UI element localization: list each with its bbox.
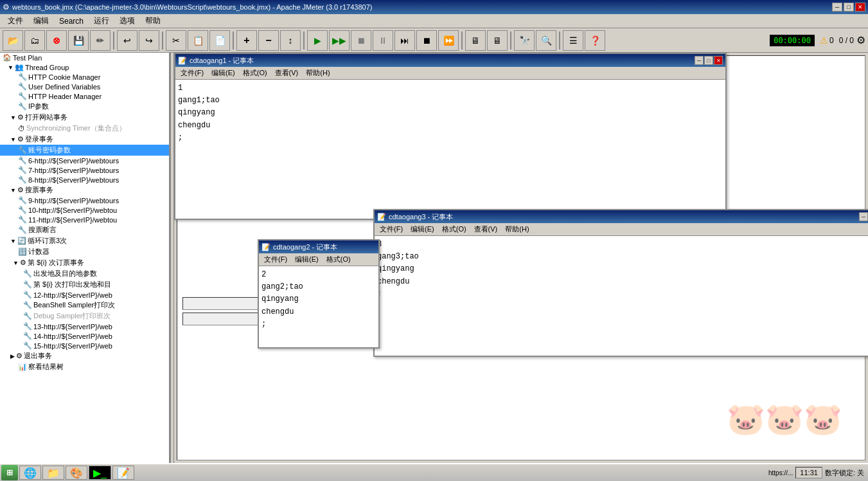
nb3-file[interactable]: 文件(F) xyxy=(376,224,407,235)
toolbar-redo[interactable]: ↪ xyxy=(139,30,159,51)
tree-item-login[interactable]: ▼ ⚙ 登录事务 xyxy=(0,134,169,145)
tree-item-counter[interactable]: 🔢 计数器 xyxy=(0,246,169,257)
nb3-help[interactable]: 帮助(H) xyxy=(501,224,533,235)
tree-item-http9[interactable]: 🔧 9-http://${ServerIP}/webtours xyxy=(0,195,169,205)
tree-item-beanshell[interactable]: 🔧 BeanShell Sampler打印次 xyxy=(0,300,169,311)
tree-item-http8[interactable]: 🔧 8-http://${ServerIP}/webtours xyxy=(0,175,169,185)
toolbar-open[interactable]: 🗂 xyxy=(24,30,45,51)
toolbar-search[interactable]: 🔍 xyxy=(536,30,556,51)
opensite-expand: ▼ xyxy=(10,114,16,121)
tree-item-search[interactable]: ▼ ⚙ 搜票事务 xyxy=(0,185,169,195)
toolbar-add[interactable]: + xyxy=(236,30,257,51)
tree-item-http14[interactable]: 🔧 14-http://${ServerIP}/web xyxy=(0,331,169,341)
print-label: 第 ${i} 次打印出发地和目 xyxy=(33,280,111,289)
toolbar-cut[interactable]: ✂ xyxy=(166,30,186,51)
tree-item-cookiemanager[interactable]: 🔧 HTTP Cookie Manager xyxy=(0,72,169,82)
tree-item-headermanager[interactable]: 🔧 HTTP Header Manager xyxy=(0,91,169,101)
tree-item-http15[interactable]: 🔧 15-http://${ServerIP}/web xyxy=(0,341,169,350)
nb3-edit[interactable]: 编辑(E) xyxy=(407,224,438,235)
tree-item-threadgroup[interactable]: ▼ 👥 Thread Group xyxy=(0,62,169,72)
menu-run[interactable]: 运行 xyxy=(89,14,114,28)
tree-item-http10[interactable]: 🔧 10-http://${ServerIP}/webtou xyxy=(0,205,169,215)
toolbar-ff[interactable]: ⏩ xyxy=(438,30,459,51)
tree-item-http12[interactable]: 🔧 12-http://${ServerIP}/web xyxy=(0,290,169,300)
toolbar-new[interactable]: 📂 xyxy=(3,30,23,51)
nb2-edit[interactable]: 编辑(E) xyxy=(291,254,323,265)
taskbar-folder[interactable]: 📁 xyxy=(42,466,64,480)
menu-options[interactable]: 选项 xyxy=(114,14,140,28)
tree-item-assertion[interactable]: 🔧 搜票断言 xyxy=(0,224,169,235)
nb3-view[interactable]: 查看(V) xyxy=(470,224,502,235)
start-button[interactable]: ⊞ xyxy=(1,465,18,480)
toolbar-edit[interactable]: ✏ xyxy=(90,30,111,51)
nb2-line2: gang2;tao xyxy=(261,281,376,293)
toolbar-screen1[interactable]: 🖥 xyxy=(465,30,486,51)
tree-item-credentials[interactable]: 🔧 账号密码参数 xyxy=(0,145,169,156)
toolbar-undo[interactable]: ↩ xyxy=(117,30,137,51)
http9-label: 9-http://${ServerIP}/webtours xyxy=(28,197,119,204)
nb1-content[interactable]: 1 gang1;tao qingyang chengdu ; xyxy=(175,80,725,219)
toolbar-stop[interactable]: ⏹ xyxy=(351,30,371,51)
toolbar-remove[interactable]: − xyxy=(258,30,279,51)
tree-item-logout[interactable]: ▶ ⚙ 退出事务 xyxy=(0,350,169,361)
tree-item-results[interactable]: 📊 察看结果树 xyxy=(0,361,169,372)
nb3-format[interactable]: 格式(O) xyxy=(438,224,470,235)
toolbar-list[interactable]: ☰ xyxy=(563,30,583,51)
menu-edit[interactable]: 编辑 xyxy=(28,14,54,28)
tree-item-http11[interactable]: 🔧 11-http://${ServerIP}/webtou xyxy=(0,215,169,224)
menu-search[interactable]: Search xyxy=(54,15,89,27)
toolbar-play[interactable]: ▶ xyxy=(307,30,328,51)
menu-help[interactable]: 帮助 xyxy=(140,14,166,28)
toolbar-pause[interactable]: ⏸ xyxy=(373,30,393,51)
toolbar-binoculars[interactable]: 🔭 xyxy=(514,30,535,51)
start-icon: ⊞ xyxy=(6,468,13,477)
nb1-help[interactable]: 帮助(H) xyxy=(302,68,333,78)
toolbar-play-all[interactable]: ▶▶ xyxy=(329,30,350,51)
tree-item-uservars[interactable]: 🔧 User Defined Variables xyxy=(0,82,169,91)
nb3-content[interactable]: 3 gang3;tao qingyang chengdu ; xyxy=(375,236,868,356)
tree-item-debug[interactable]: 🔧 Debug Sampler打印班次 xyxy=(0,311,169,322)
tree-item-synctimer[interactable]: ⏱ Synchronizing Timer（集合点） xyxy=(0,123,169,134)
tree-scroll[interactable]: 🏠 Test Plan ▼ 👥 Thread Group 🔧 HTTP Cook… xyxy=(0,53,169,463)
toolbar-copy[interactable]: 📋 xyxy=(188,30,208,51)
maximize-button[interactable]: □ xyxy=(844,3,854,12)
tree-item-http7[interactable]: 🔧 7-http://${ServerIP}/webtours xyxy=(0,165,169,175)
nb2-file[interactable]: 文件(F) xyxy=(260,254,291,265)
tree-item-opensite[interactable]: ▼ ⚙ 打开网站事务 xyxy=(0,112,169,123)
tree-item-http6[interactable]: 🔧 6-http://${ServerIP}/webtours xyxy=(0,156,169,165)
tree-item-loop[interactable]: ▼ 🔄 循环订票3次 xyxy=(0,235,169,246)
nb1-edit[interactable]: 编辑(E) xyxy=(208,68,239,78)
nb3-minimize[interactable]: ─ xyxy=(859,212,868,221)
nb2-format[interactable]: 格式(O) xyxy=(323,254,355,265)
toolbar-next[interactable]: ⏭ xyxy=(394,30,415,51)
toolbar-help[interactable]: ❓ xyxy=(585,30,605,51)
toolbar-save[interactable]: ⊗ xyxy=(46,30,67,51)
tree-item-ticket[interactable]: ▼ ⚙ 第 ${i} 次订票事务 xyxy=(0,257,169,268)
toolbar-paste[interactable]: 📄 xyxy=(209,30,230,51)
menu-file[interactable]: 文件 xyxy=(3,14,28,28)
nb1-minimize[interactable]: ─ xyxy=(695,56,704,65)
tree-item-ipparams[interactable]: 🔧 IP参数 xyxy=(0,101,169,112)
toolbar-move[interactable]: ↕ xyxy=(280,30,301,51)
taskbar-chrome[interactable]: 🎨 xyxy=(66,466,87,480)
nb2-content[interactable]: 2 gang2;tao qingyang chengdu ; xyxy=(259,266,378,347)
tree-item-http13[interactable]: 🔧 13-http://${ServerIP}/web xyxy=(0,322,169,331)
tree-item-testplan[interactable]: 🏠 Test Plan xyxy=(0,53,169,62)
nb1-view[interactable]: 查看(V) xyxy=(271,68,303,78)
tree-item-departure[interactable]: 🔧 出发地及目的地参数 xyxy=(0,268,169,279)
nb1-maximize[interactable]: □ xyxy=(704,56,713,65)
toolbar-config-icon[interactable]: ⚙ xyxy=(856,34,865,46)
nb2-title-bar: 📝 cdtaogang2 - 记事本 xyxy=(259,240,378,253)
taskbar-ie[interactable]: 🌐 xyxy=(19,466,41,480)
toolbar-screen2[interactable]: 🖥 xyxy=(487,30,508,51)
nb1-close[interactable]: ✕ xyxy=(714,56,723,65)
taskbar-notepad[interactable]: 📝 xyxy=(112,466,134,480)
nb1-format[interactable]: 格式(O) xyxy=(239,68,271,78)
minimize-button[interactable]: ─ xyxy=(832,3,842,12)
nb1-file[interactable]: 文件(F) xyxy=(177,68,208,78)
close-button[interactable]: ✕ xyxy=(855,3,865,12)
toolbar-save2[interactable]: 💾 xyxy=(68,30,89,51)
taskbar-terminal[interactable]: ▶_ xyxy=(89,466,111,480)
tree-item-print[interactable]: 🔧 第 ${i} 次打印出发地和目 xyxy=(0,279,169,290)
toolbar-stop2[interactable]: ⏹ xyxy=(416,30,437,51)
